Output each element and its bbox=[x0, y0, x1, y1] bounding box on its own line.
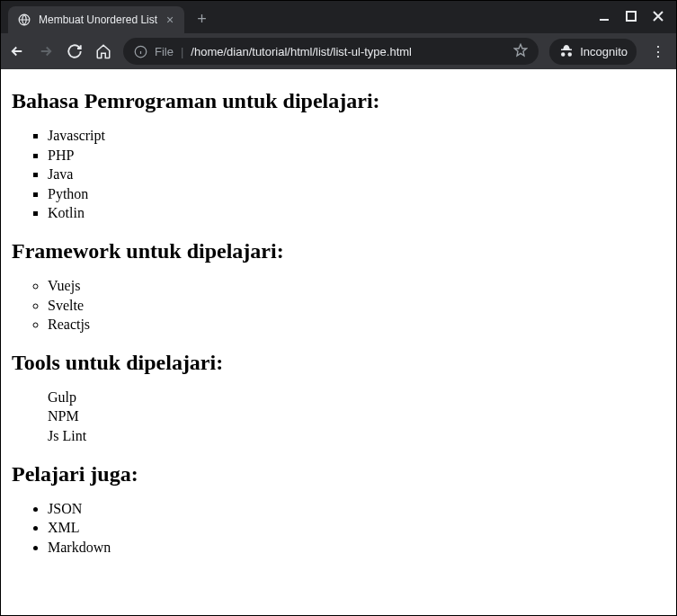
incognito-icon bbox=[558, 42, 575, 61]
back-button[interactable] bbox=[8, 42, 26, 60]
browser-titlebar: Membuat Unordered List × + bbox=[1, 1, 676, 33]
list: VuejsSvelteReactjs bbox=[12, 276, 665, 335]
close-icon[interactable]: × bbox=[165, 13, 175, 27]
svg-rect-2 bbox=[627, 12, 636, 21]
list-item: Javascript bbox=[48, 126, 665, 146]
forward-button[interactable] bbox=[37, 42, 55, 60]
address-bar[interactable]: File | /home/dian/tutorial/html/list/lis… bbox=[123, 38, 539, 65]
list-item: Svelte bbox=[48, 296, 665, 316]
menu-button[interactable]: ⋮ bbox=[647, 43, 669, 60]
list-item: Gulp bbox=[48, 388, 665, 407]
list: JavascriptPHPJavaPythonKotlin bbox=[12, 126, 665, 223]
browser-tab[interactable]: Membuat Unordered List × bbox=[8, 6, 184, 33]
section-heading: Pelajari juga: bbox=[12, 462, 665, 487]
list-item: Reactjs bbox=[48, 315, 665, 335]
info-icon[interactable] bbox=[134, 45, 147, 58]
minimize-icon[interactable] bbox=[599, 10, 610, 24]
list-item: Markdown bbox=[48, 538, 665, 558]
list-item: XML bbox=[48, 518, 665, 538]
reload-button[interactable] bbox=[66, 42, 84, 60]
svg-rect-1 bbox=[600, 19, 609, 21]
section-heading: Bahasa Pemrograman untuk dipelajari: bbox=[12, 89, 665, 113]
list: JSONXMLMarkdown bbox=[12, 499, 665, 558]
section-heading: Framework untuk dipelajari: bbox=[12, 239, 665, 263]
home-button[interactable] bbox=[94, 42, 112, 60]
list-item: JSON bbox=[48, 499, 665, 519]
list-item: Js Lint bbox=[48, 426, 665, 446]
browser-toolbar: File | /home/dian/tutorial/html/list/lis… bbox=[1, 33, 676, 69]
globe-icon bbox=[17, 13, 31, 27]
url-path: /home/dian/tutorial/html/list/list-ul-ty… bbox=[191, 45, 412, 58]
url-separator: | bbox=[181, 45, 183, 58]
list-item: Java bbox=[48, 165, 665, 184]
maximize-icon[interactable] bbox=[626, 10, 637, 24]
list-item: Python bbox=[48, 184, 665, 204]
list: GulpNPMJs Lint bbox=[12, 388, 665, 446]
url-scheme: File bbox=[155, 45, 174, 58]
new-tab-button[interactable]: + bbox=[188, 10, 216, 29]
close-window-icon[interactable] bbox=[653, 10, 664, 24]
incognito-badge[interactable]: Incognito bbox=[549, 39, 637, 65]
tab-title: Membuat Unordered List bbox=[39, 13, 157, 26]
list-item: NPM bbox=[48, 406, 665, 426]
window-controls bbox=[599, 10, 669, 24]
list-item: PHP bbox=[48, 146, 665, 165]
incognito-label: Incognito bbox=[580, 45, 628, 58]
bookmark-icon[interactable] bbox=[513, 43, 528, 60]
section-heading: Tools untuk dipelajari: bbox=[12, 351, 665, 375]
page-content: Bahasa Pemrograman untuk dipelajari:Java… bbox=[1, 69, 676, 615]
list-item: Kotlin bbox=[48, 203, 665, 223]
list-item: Vuejs bbox=[48, 276, 665, 296]
